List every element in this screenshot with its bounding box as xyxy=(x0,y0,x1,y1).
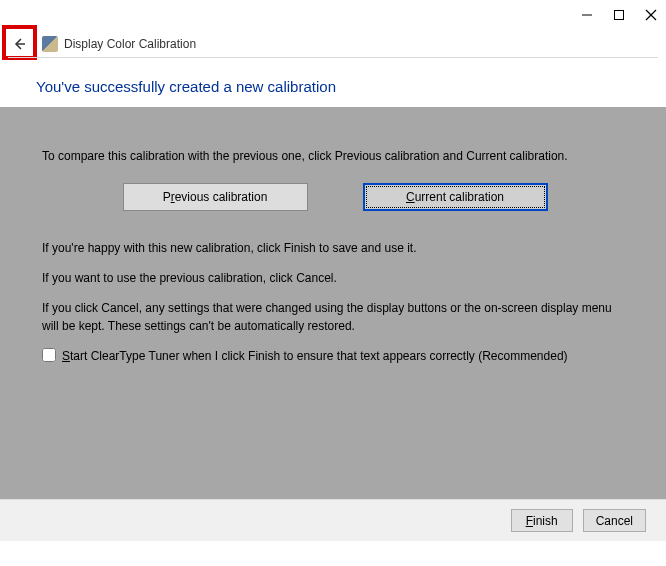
cancel-text: If you want to use the previous calibrat… xyxy=(42,269,628,287)
window-title: Display Color Calibration xyxy=(64,37,196,51)
footer: Finish Cancel xyxy=(0,499,666,541)
intro-text: To compare this calibration with the pre… xyxy=(42,147,628,165)
heading-area: You've successfully created a new calibr… xyxy=(0,58,666,107)
titlebar xyxy=(0,0,666,30)
warning-text: If you click Cancel, any settings that w… xyxy=(42,299,628,335)
cleartype-checkbox[interactable] xyxy=(42,348,56,362)
cleartype-label[interactable]: Start ClearType Tuner when I click Finis… xyxy=(62,347,568,365)
cancel-button[interactable]: Cancel xyxy=(583,509,646,532)
current-calibration-button[interactable]: Current calibration xyxy=(363,183,548,211)
happy-text: If you're happy with this new calibratio… xyxy=(42,239,628,257)
arrow-left-icon xyxy=(11,36,27,52)
finish-button[interactable]: Finish xyxy=(511,509,573,532)
content-panel: To compare this calibration with the pre… xyxy=(0,107,666,499)
header: Display Color Calibration xyxy=(0,30,666,58)
minimize-button[interactable] xyxy=(580,8,594,22)
maximize-button[interactable] xyxy=(612,8,626,22)
close-button[interactable] xyxy=(644,8,658,22)
page-heading: You've successfully created a new calibr… xyxy=(36,78,630,95)
previous-calibration-button[interactable]: Previous calibration xyxy=(123,183,308,211)
app-icon xyxy=(42,36,58,52)
svg-rect-1 xyxy=(615,11,624,20)
back-button[interactable] xyxy=(4,31,34,57)
